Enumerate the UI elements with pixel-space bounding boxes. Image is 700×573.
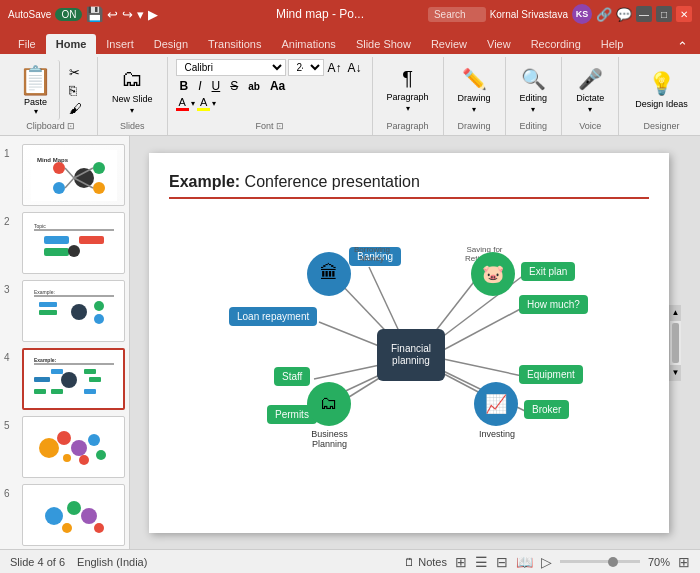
reading-view-button[interactable]: 📖 [516, 554, 533, 570]
tab-view[interactable]: View [477, 34, 521, 54]
paste-button[interactable]: 📋 Paste ▾ [12, 60, 60, 120]
highlight-button[interactable]: A [197, 96, 210, 111]
font-name-dropdown[interactable]: Calibri [176, 59, 286, 76]
decrease-font-icon[interactable]: A↓ [346, 60, 364, 76]
increase-font-icon[interactable]: A↑ [326, 60, 344, 76]
status-bar: Slide 4 of 6 English (India) 🗒 Notes ⊞ ☰… [0, 549, 700, 573]
slide-canvas[interactable]: Example: Conference presentation [149, 153, 669, 533]
font-size-dropdown[interactable]: 24 [288, 59, 324, 76]
slide-title-bold: Example: [169, 173, 240, 190]
zoom-thumb[interactable] [608, 557, 618, 567]
minimize-button[interactable]: — [636, 6, 652, 22]
bank-icon: 🏛 [320, 263, 338, 284]
copy-button[interactable]: ⎘ [66, 82, 85, 99]
slide-6-thumb[interactable] [22, 484, 125, 546]
autosave-toggle[interactable]: ON [55, 8, 82, 21]
slideshow-button[interactable]: ▷ [541, 554, 552, 570]
svg-rect-22 [39, 310, 57, 315]
notes-button[interactable]: 🗒 Notes [404, 556, 447, 568]
slide-6-container: 6 [4, 484, 125, 546]
bold-button[interactable]: B [176, 78, 193, 94]
slide-panel: 1 Mind Maps [0, 136, 130, 549]
search-bar[interactable]: Search [428, 7, 486, 22]
change-case-button[interactable]: Aa [266, 78, 289, 94]
svg-rect-35 [34, 389, 46, 394]
redo-icon[interactable]: ↪ [122, 7, 133, 22]
font-color-button[interactable]: A [176, 96, 189, 111]
slides-content: 🗂 New Slide ▾ [106, 59, 159, 121]
italic-button[interactable]: I [194, 78, 205, 94]
slide-4-thumb[interactable]: Example: [22, 348, 125, 410]
restore-button[interactable]: □ [656, 6, 672, 22]
cut-button[interactable]: ✂ [66, 64, 85, 81]
zoom-slider[interactable] [560, 560, 640, 563]
scroll-thumb[interactable] [672, 323, 679, 363]
slide-2-thumb[interactable]: Topic [22, 212, 125, 274]
slide-sorter-button[interactable]: ⊟ [496, 554, 508, 570]
paste-label: Paste [24, 97, 47, 107]
node-how-much: How much? [519, 295, 588, 314]
normal-view-button[interactable]: ⊞ [455, 554, 467, 570]
svg-point-6 [93, 182, 105, 194]
new-slide-button[interactable]: 🗂 New Slide ▾ [106, 63, 159, 118]
drawing-button[interactable]: ✏️ Drawing ▾ [452, 64, 497, 117]
paragraph-icon: ¶ [402, 67, 413, 90]
slide-5-number: 5 [4, 420, 18, 431]
vertical-scrollbar[interactable]: ▲ ▼ [669, 305, 681, 381]
tab-insert[interactable]: Insert [96, 34, 144, 54]
tab-slideshow[interactable]: Slide Show [346, 34, 421, 54]
scroll-down-button[interactable]: ▼ [670, 365, 681, 381]
paragraph-label: Paragraph [387, 92, 429, 102]
ribbon-collapse-icon[interactable]: ⌃ [673, 39, 692, 54]
tab-recording[interactable]: Recording [521, 34, 591, 54]
svg-rect-14 [44, 236, 69, 244]
editing-button[interactable]: 🔍 Editing ▾ [514, 64, 554, 117]
slide-info: Slide 4 of 6 [10, 556, 65, 568]
tab-animations[interactable]: Animations [271, 34, 345, 54]
svg-point-4 [93, 162, 105, 174]
ribbon-group-editing: 🔍 Editing ▾ Editing [506, 57, 563, 135]
scroll-up-button[interactable]: ▲ [670, 305, 681, 321]
slide-1-thumb[interactable]: Mind Maps [22, 144, 125, 206]
save-icon[interactable]: 💾 [86, 6, 103, 22]
title-bar-right: Search Kornal Srivastava KS 🔗 💬 — □ ✕ [428, 4, 692, 24]
format-painter-button[interactable]: 🖌 [66, 100, 85, 117]
paste-icon: 📋 [18, 64, 53, 97]
customize-icon[interactable]: ▾ [137, 7, 144, 22]
tab-help[interactable]: Help [591, 34, 634, 54]
font-expand-icon[interactable]: ⊡ [276, 121, 284, 131]
svg-rect-45 [31, 490, 117, 541]
char-spacing-button[interactable]: ab [244, 80, 264, 93]
undo-icon[interactable]: ↩ [107, 7, 118, 22]
paragraph-button[interactable]: ¶ Paragraph ▾ [381, 64, 435, 116]
font-row-1: Calibri 24 A↑ A↓ [176, 59, 364, 76]
present-icon[interactable]: ▶ [148, 7, 158, 22]
outline-view-button[interactable]: ☰ [475, 554, 488, 570]
language-info: English (India) [77, 556, 147, 568]
tab-file[interactable]: File [8, 34, 46, 54]
slide-5-thumb[interactable] [22, 416, 125, 478]
node-business-icon: 🗂 [307, 382, 351, 426]
comments-icon[interactable]: 💬 [616, 7, 632, 22]
strikethrough-button[interactable]: S [226, 78, 242, 94]
tab-review[interactable]: Review [421, 34, 477, 54]
underline-button[interactable]: U [208, 78, 225, 94]
dictate-button[interactable]: 🎤 Dictate ▾ [570, 64, 610, 117]
design-ideas-button[interactable]: 💡 Design Ideas [627, 67, 696, 114]
close-button[interactable]: ✕ [676, 6, 692, 22]
tab-design[interactable]: Design [144, 34, 198, 54]
svg-text:Example:: Example: [34, 289, 55, 295]
ribbon-tabs: File Home Insert Design Transitions Anim… [0, 28, 700, 54]
slide-3-thumb[interactable]: Example: [22, 280, 125, 342]
editing-label: Editing [520, 93, 548, 103]
svg-text:Topic: Topic [34, 223, 46, 229]
clipboard-expand-icon[interactable]: ⊡ [67, 121, 75, 131]
tab-home[interactable]: Home [46, 34, 97, 54]
tab-transitions[interactable]: Transitions [198, 34, 271, 54]
ribbon-group-drawing: ✏️ Drawing ▾ Drawing [444, 57, 506, 135]
share-icon[interactable]: 🔗 [596, 7, 612, 22]
font-row-2: B I U S ab Aa [176, 78, 364, 94]
design-ideas-label: Design Ideas [635, 99, 688, 110]
fit-button[interactable]: ⊞ [678, 554, 690, 570]
svg-rect-32 [84, 369, 96, 374]
